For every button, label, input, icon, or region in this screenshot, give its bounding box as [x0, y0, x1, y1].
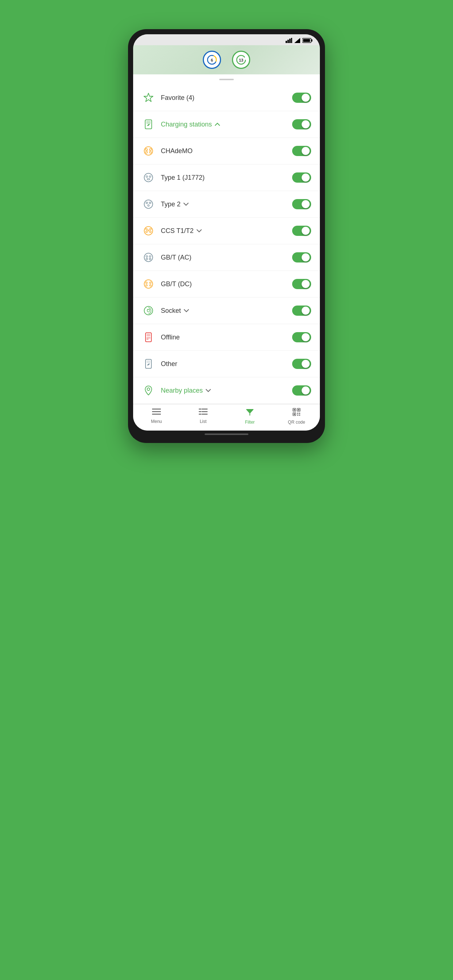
- svg-marker-2: [289, 39, 291, 43]
- filter-icon-socket: [142, 304, 155, 317]
- toggle-socket[interactable]: [292, 305, 311, 316]
- filter-item-chademo[interactable]: CHAdeMO: [133, 138, 320, 164]
- svg-point-21: [144, 173, 152, 181]
- filter-icon-ccs: [142, 224, 155, 237]
- svg-rect-71: [299, 413, 300, 414]
- svg-rect-67: [298, 409, 300, 410]
- toggle-gbt_ac[interactable]: [292, 252, 311, 262]
- svg-point-41: [145, 282, 147, 283]
- svg-point-44: [150, 285, 151, 286]
- map-marker-1: 6: [203, 51, 221, 69]
- filter-item-type2[interactable]: Type 2: [133, 191, 320, 218]
- toggle-other[interactable]: [292, 359, 311, 369]
- nav-label-qrcode: QR code: [288, 420, 305, 425]
- filter-icon-offline: [142, 331, 155, 344]
- filter-icon-nearby_places: [142, 384, 155, 397]
- filter-item-socket[interactable]: Socket: [133, 298, 320, 324]
- filter-item-ccs[interactable]: CCS T1/T2: [133, 218, 320, 244]
- phone-frame: 6 13 F: [128, 29, 325, 443]
- svg-point-43: [145, 285, 147, 286]
- filter-label-other: Other: [161, 360, 286, 368]
- map-marker-2: 13: [232, 51, 250, 69]
- filter-item-gbt_dc[interactable]: GB/T (DC): [133, 271, 320, 298]
- filter-label-gbt_dc: GB/T (DC): [161, 280, 286, 288]
- svg-rect-7: [303, 39, 310, 42]
- handle-bar: [219, 79, 234, 80]
- filter-icon-other: [142, 357, 155, 371]
- svg-point-18: [150, 149, 152, 151]
- filter-item-favorite[interactable]: Favorite (4): [133, 84, 320, 111]
- svg-marker-3: [291, 38, 292, 43]
- filter-item-charging_stations[interactable]: Charging stations: [133, 111, 320, 138]
- filter-label-type1: Type 1 (J1772): [161, 174, 286, 181]
- toggle-charging_stations[interactable]: [292, 119, 311, 129]
- toggle-nearby_places[interactable]: [292, 385, 311, 396]
- svg-point-38: [146, 258, 147, 259]
- filter-icon-charging_stations: [142, 118, 155, 131]
- svg-text:6: 6: [211, 58, 213, 62]
- filter-icon-type2: [142, 197, 155, 211]
- svg-point-33: [150, 231, 151, 232]
- bottom-nav: Menu List Filter QR code: [133, 404, 320, 431]
- filter-item-type1[interactable]: Type 1 (J1772): [133, 164, 320, 191]
- nav-item-filter[interactable]: Filter: [226, 408, 273, 425]
- nav-item-menu[interactable]: Menu: [133, 408, 180, 425]
- svg-point-25: [144, 200, 152, 208]
- svg-point-16: [144, 146, 152, 155]
- svg-rect-72: [297, 415, 298, 415]
- svg-point-27: [149, 202, 151, 204]
- toggle-ccs[interactable]: [292, 226, 311, 236]
- svg-point-26: [146, 202, 147, 204]
- toggle-favorite[interactable]: [292, 92, 311, 103]
- chevron-charging_stations-icon: [215, 121, 220, 127]
- svg-point-36: [146, 256, 147, 257]
- filter-item-gbt_ac[interactable]: GB/T (AC): [133, 244, 320, 271]
- filter-icon-chademo: [142, 145, 155, 158]
- toggle-type1[interactable]: [292, 172, 311, 183]
- svg-marker-13: [144, 93, 153, 102]
- status-bar: [133, 34, 320, 45]
- nav-item-qrcode[interactable]: QR code: [273, 408, 320, 425]
- svg-point-17: [145, 149, 147, 151]
- chevron-nearby_places-icon: [206, 388, 211, 393]
- filter-item-nearby_places[interactable]: Nearby places: [133, 377, 320, 404]
- svg-text:13: 13: [239, 58, 243, 62]
- svg-point-20: [150, 151, 152, 153]
- svg-point-37: [149, 256, 151, 257]
- svg-rect-69: [293, 414, 295, 415]
- svg-point-35: [144, 253, 152, 261]
- svg-rect-24: [147, 179, 150, 180]
- filter-item-offline[interactable]: Offline: [133, 324, 320, 351]
- toggle-type2[interactable]: [292, 199, 311, 209]
- svg-point-29: [144, 226, 152, 235]
- nav-item-list[interactable]: List: [180, 408, 226, 425]
- panel-handle[interactable]: [133, 75, 320, 84]
- svg-point-23: [149, 176, 151, 177]
- battery-icon: [302, 38, 313, 43]
- svg-marker-0: [286, 41, 287, 43]
- filter-panel: Favorite (4) Charging stations: [133, 84, 320, 404]
- toggle-offline[interactable]: [292, 332, 311, 342]
- filter-label-chademo: CHAdeMO: [161, 147, 286, 155]
- svg-rect-6: [311, 40, 313, 41]
- map-preview: 6 13: [133, 45, 320, 75]
- signal-icon: [286, 38, 292, 43]
- svg-point-40: [144, 280, 152, 288]
- svg-rect-53: [147, 361, 150, 363]
- chevron-ccs-icon: [196, 228, 202, 234]
- svg-point-31: [150, 228, 151, 230]
- filter-label-charging_stations: Charging stations: [161, 121, 286, 128]
- svg-point-30: [145, 228, 147, 230]
- nav-label-menu: Menu: [151, 419, 162, 424]
- filter-label-offline: Offline: [161, 334, 286, 341]
- filter-item-other[interactable]: Other: [133, 351, 320, 377]
- svg-point-28: [148, 205, 149, 206]
- toggle-chademo[interactable]: [292, 146, 311, 156]
- svg-marker-4: [294, 38, 300, 43]
- toggle-gbt_dc[interactable]: [292, 279, 311, 289]
- menu-icon: [152, 408, 161, 417]
- svg-point-34: [148, 230, 149, 231]
- svg-rect-49: [147, 334, 150, 336]
- filter-label-type2: Type 2: [161, 200, 286, 208]
- filter-icon-type1: [142, 171, 155, 184]
